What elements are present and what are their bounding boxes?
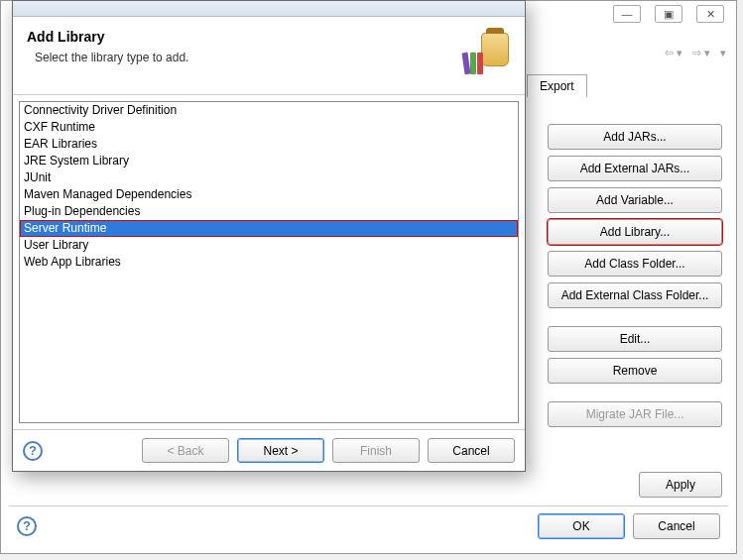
library-jar-icon — [463, 29, 511, 76]
dialog-header: Add Library Select the library type to a… — [13, 17, 525, 95]
add-class-folder-button[interactable]: Add Class Folder... — [548, 251, 722, 277]
add-variable-button[interactable]: Add Variable... — [548, 187, 722, 213]
add-library-button[interactable]: Add Library... — [548, 219, 722, 245]
next-button[interactable]: Next > — [237, 438, 324, 463]
add-external-class-folder-button[interactable]: Add External Class Folder... — [548, 282, 722, 308]
add-library-dialog: Add Library Select the library type to a… — [12, 0, 526, 472]
cancel-button[interactable]: Cancel — [633, 513, 720, 539]
list-item[interactable]: Web App Libraries — [20, 254, 518, 271]
window-controls: — ▣ ✕ — [613, 5, 724, 23]
menu-dropdown-icon[interactable]: ▾ — [716, 45, 730, 61]
nav-forward-icon[interactable]: ⇨ ▾ — [688, 45, 714, 61]
tab-export[interactable]: Export — [527, 74, 587, 97]
minimize-button[interactable]: — — [613, 5, 641, 23]
dialog-title: Add Library — [27, 29, 188, 45]
finish-button: Finish — [332, 438, 420, 463]
list-item[interactable]: JRE System Library — [20, 153, 518, 169]
migrate-jar-button: Migrate JAR File... — [548, 401, 722, 427]
maximize-button[interactable]: ▣ — [655, 5, 682, 23]
footer-bar: ? OK Cancel — [9, 505, 728, 545]
ok-button[interactable]: OK — [538, 513, 625, 539]
back-button: < Back — [142, 438, 229, 463]
list-item[interactable]: EAR Libraries — [20, 136, 518, 153]
tab-bar: Export — [527, 74, 587, 97]
dialog-cancel-button[interactable]: Cancel — [428, 438, 515, 463]
dialog-body: Connectivity Driver DefinitionCXF Runtim… — [13, 95, 525, 429]
apply-button[interactable]: Apply — [639, 472, 722, 498]
build-path-buttons: Add JARs... Add External JARs... Add Var… — [548, 124, 722, 427]
list-item[interactable]: User Library — [20, 237, 518, 254]
apply-row: Apply — [639, 472, 722, 498]
library-type-list[interactable]: Connectivity Driver DefinitionCXF Runtim… — [19, 101, 519, 423]
add-external-jars-button[interactable]: Add External JARs... — [548, 156, 722, 181]
dialog-footer: ? < Back Next > Finish Cancel — [13, 429, 525, 471]
list-item[interactable]: Server Runtime — [20, 220, 518, 237]
dialog-subtitle: Select the library type to add. — [35, 51, 188, 64]
dialog-help-icon[interactable]: ? — [23, 441, 43, 461]
help-icon[interactable]: ? — [17, 516, 37, 536]
list-item[interactable]: Maven Managed Dependencies — [20, 186, 518, 203]
list-item[interactable]: JUnit — [20, 169, 518, 186]
list-item[interactable]: Connectivity Driver Definition — [20, 102, 518, 119]
list-item[interactable]: Plug-in Dependencies — [20, 203, 518, 220]
nav-back-icon[interactable]: ⇦ ▾ — [661, 45, 686, 61]
remove-button[interactable]: Remove — [548, 358, 722, 384]
list-item[interactable]: CXF Runtime — [20, 119, 518, 136]
edit-button[interactable]: Edit... — [548, 326, 722, 352]
dialog-titlebar[interactable] — [13, 1, 525, 17]
close-button[interactable]: ✕ — [696, 5, 724, 23]
add-jars-button[interactable]: Add JARs... — [548, 124, 722, 150]
